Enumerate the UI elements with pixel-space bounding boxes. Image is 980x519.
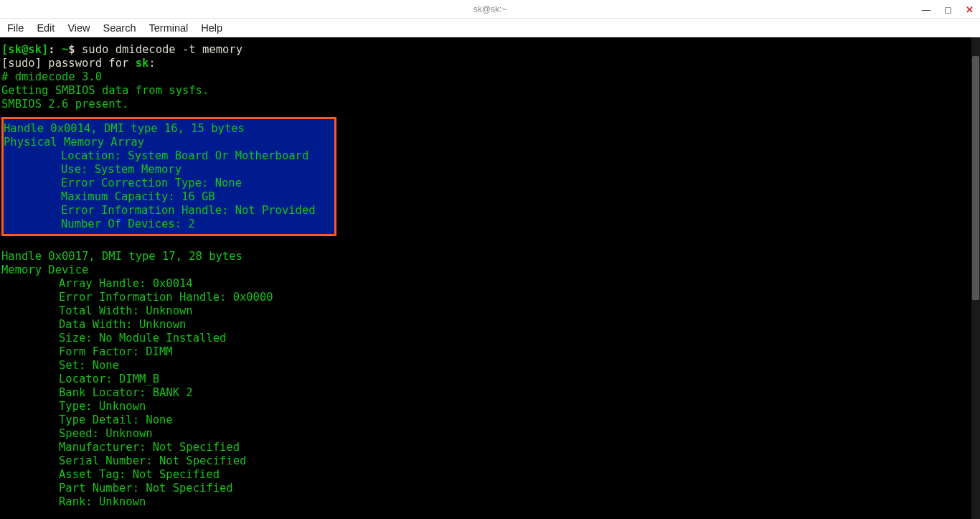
sudo-prompt-suffix: : [149,57,155,70]
menu-terminal[interactable]: Terminal [149,22,189,34]
scrollbar-thumb[interactable] [972,56,979,300]
output-line: # dmidecode 3.0 [1,70,102,83]
sudo-prompt-user: sk [136,57,149,70]
prompt-sep1: : [48,43,62,56]
section-header: Handle 0x0017, DMI type 17, 28 bytes [1,250,242,263]
menu-edit[interactable]: Edit [37,22,55,34]
section-field: Asset Tag: Not Specified [1,468,220,481]
section-field: Type: Unknown [1,400,146,413]
section-field: Manufacturer: Not Specified [1,441,240,454]
section-field: Serial Number: Not Specified [1,454,246,467]
highlight-field: Location: System Board Or Motherboard [4,149,308,162]
terminal-area[interactable]: [sk@sk]: ~$ sudo dmidecode -t memory [su… [0,37,980,519]
highlighted-section: Handle 0x0014, DMI type 16, 15 bytes Phy… [1,117,336,236]
section-field: Part Number: Not Specified [1,482,233,495]
sudo-prompt-prefix: [sudo] password for [1,57,136,70]
section-field: Type Detail: None [1,413,173,426]
menubar: File Edit View Search Terminal Help [0,19,980,37]
highlight-field: Number Of Devices: 2 [4,218,195,230]
section-title: Memory Device [1,263,88,276]
minimize-button[interactable]: — [915,0,937,19]
titlebar: sk@sk:~ — ◻ ✕ [0,0,980,19]
menu-file[interactable]: File [7,22,24,34]
highlight-field: Maximum Capacity: 16 GB [4,190,215,203]
menu-search[interactable]: Search [103,22,136,34]
prompt-path: ~ [62,43,68,56]
maximize-button[interactable]: ◻ [937,0,958,19]
section-field: Rank: Unknown [1,495,146,508]
output-line: Getting SMBIOS data from sysfs. [1,84,209,97]
close-button[interactable]: ✕ [958,0,980,19]
section-field: Locator: DIMM_B [1,373,159,385]
menu-view[interactable]: View [67,22,90,34]
section-field: Set: None [1,359,119,372]
window-title: sk@sk:~ [473,4,507,14]
scrollbar[interactable] [971,37,980,519]
section-field: Total Width: Unknown [1,304,193,317]
section-field: Size: No Module Installed [1,332,226,345]
menu-help[interactable]: Help [201,22,222,34]
output-line: SMBIOS 2.6 present. [1,98,128,111]
section-field: Bank Locator: BANK 2 [1,386,193,399]
highlight-title: Physical Memory Array [4,136,144,149]
section-field: Array Handle: 0x0014 [1,277,193,290]
section-field: Error Information Handle: 0x0000 [1,291,273,304]
highlight-header: Handle 0x0014, DMI type 16, 15 bytes [4,122,245,135]
highlight-field: Use: System Memory [4,163,182,176]
highlight-field: Error Correction Type: None [4,177,242,190]
section-field: Speed: Unknown [1,427,153,440]
prompt-user-host: [sk@sk] [1,43,48,56]
section-field: Data Width: Unknown [1,318,186,331]
window-controls: — ◻ ✕ [915,0,980,19]
prompt-sep2: $ [68,43,82,56]
command-text: sudo dmidecode -t memory [82,43,242,56]
section-field: Form Factor: DIMM [1,345,173,358]
highlight-field: Error Information Handle: Not Provided [4,204,316,217]
